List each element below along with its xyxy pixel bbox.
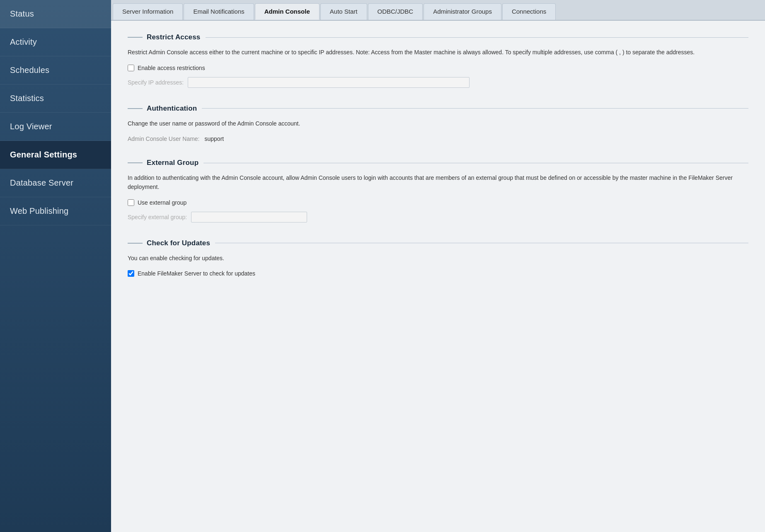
main-content: Server InformationEmail NotificationsAdm… [111, 0, 765, 532]
specify-external-group-label: Specify external group: [128, 214, 187, 220]
external-group-description: In addition to authenticating with the A… [128, 174, 748, 191]
external-group-input-row: Specify external group: [128, 212, 748, 222]
section-line [128, 37, 143, 38]
enable-access-restrictions-row: Enable access restrictions [128, 65, 748, 71]
sidebar-item-web-publishing[interactable]: Web Publishing [0, 197, 111, 225]
sidebar-item-database-server[interactable]: Database Server [0, 169, 111, 197]
authentication-section: Authentication Change the user name or p… [128, 104, 748, 143]
ip-addresses-label: Specify IP addresses: [128, 79, 184, 86]
tab-server-information[interactable]: Server Information [113, 3, 183, 20]
tab-email-notifications[interactable]: Email Notifications [184, 3, 254, 20]
restrict-access-title: Restrict Access [147, 33, 201, 41]
check-for-updates-description: You can enable checking for updates. [128, 254, 748, 263]
section-line-auth [128, 108, 143, 109]
section-divider-upd [215, 243, 748, 243]
username-row: Admin Console User Name: support [128, 135, 748, 142]
username-label: Admin Console User Name: [128, 135, 200, 142]
sidebar: StatusActivitySchedulesStatisticsLog Vie… [0, 0, 111, 532]
ip-addresses-input[interactable] [188, 77, 470, 88]
enable-updates-label[interactable]: Enable FileMaker Server to check for upd… [138, 270, 255, 277]
section-line-ext [128, 162, 143, 163]
restrict-access-header: Restrict Access [128, 33, 748, 41]
authentication-header: Authentication [128, 104, 748, 113]
sidebar-item-status[interactable]: Status [0, 0, 111, 28]
external-group-title: External Group [147, 159, 199, 167]
restrict-access-description: Restrict Admin Console access either to … [128, 48, 748, 57]
sidebar-item-schedules[interactable]: Schedules [0, 56, 111, 85]
tab-admin-console[interactable]: Admin Console [255, 3, 320, 20]
tab-odbc-jdbc[interactable]: ODBC/JDBC [368, 3, 423, 20]
username-value: support [205, 135, 224, 142]
external-group-header: External Group [128, 159, 748, 167]
check-for-updates-title: Check for Updates [147, 239, 210, 247]
restrict-access-section: Restrict Access Restrict Admin Console a… [128, 33, 748, 88]
external-group-input[interactable] [191, 212, 307, 222]
sidebar-item-log-viewer[interactable]: Log Viewer [0, 113, 111, 141]
use-external-group-checkbox[interactable] [128, 199, 134, 206]
ip-addresses-row: Specify IP addresses: [128, 77, 748, 88]
authentication-description: Change the user name or password of the … [128, 119, 748, 128]
authentication-title: Authentication [147, 104, 197, 113]
enable-access-checkbox[interactable] [128, 65, 134, 71]
tab-bar: Server InformationEmail NotificationsAdm… [111, 0, 765, 21]
section-line-upd [128, 243, 143, 244]
sidebar-item-activity[interactable]: Activity [0, 28, 111, 56]
external-group-section: External Group In addition to authentica… [128, 159, 748, 222]
enable-updates-checkbox[interactable] [128, 270, 134, 277]
section-divider [206, 37, 749, 38]
content-area: Restrict Access Restrict Admin Console a… [111, 21, 765, 532]
check-for-updates-section: Check for Updates You can enable checkin… [128, 239, 748, 277]
tab-connections[interactable]: Connections [502, 3, 556, 20]
sidebar-item-statistics[interactable]: Statistics [0, 85, 111, 113]
sidebar-item-general-settings[interactable]: General Settings [0, 141, 111, 169]
enable-updates-row: Enable FileMaker Server to check for upd… [128, 270, 748, 277]
tab-auto-start[interactable]: Auto Start [320, 3, 367, 20]
section-divider-auth [202, 108, 748, 109]
enable-access-label[interactable]: Enable access restrictions [138, 65, 205, 71]
tab-administrator-groups[interactable]: Administrator Groups [424, 3, 501, 20]
check-for-updates-header: Check for Updates [128, 239, 748, 247]
section-divider-ext [203, 163, 748, 163]
use-external-group-row: Use external group [128, 199, 748, 206]
use-external-group-label[interactable]: Use external group [138, 199, 186, 206]
